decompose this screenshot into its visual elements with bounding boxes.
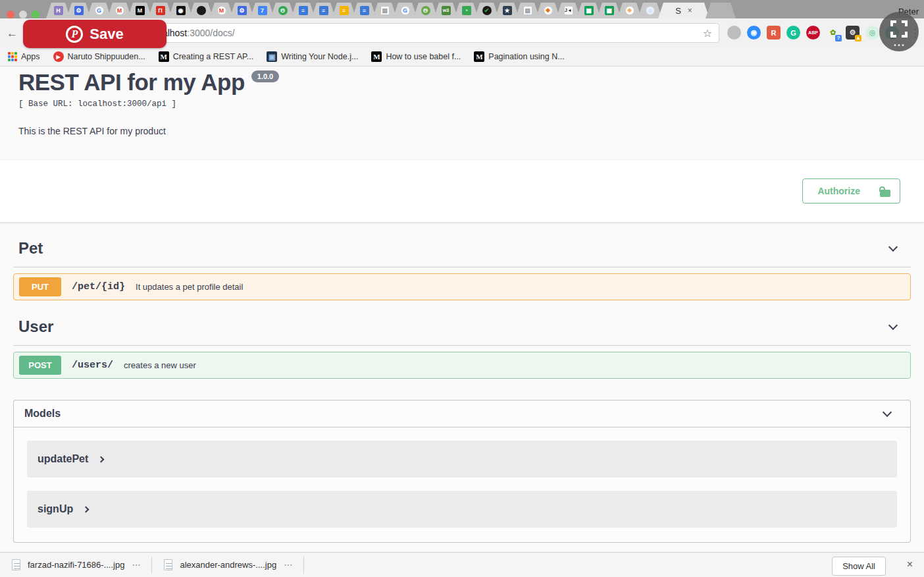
browser-tab[interactable]: ❖ — [617, 3, 642, 18]
browser-tab[interactable]: Θ — [413, 3, 438, 18]
minimize-window-button[interactable] — [19, 11, 27, 18]
close-window-button[interactable] — [7, 11, 14, 18]
tab-close-icon[interactable]: × — [688, 6, 692, 15]
favicon-icon: J◄ — [564, 6, 573, 15]
favicon-icon: ◉ — [176, 6, 186, 15]
download-menu-icon[interactable]: ⋯ — [132, 560, 141, 570]
browser-tab[interactable]: ❖ — [536, 3, 560, 18]
apps-grid-icon — [8, 52, 17, 61]
api-description: This is the REST API for my product — [18, 126, 906, 136]
favicon-icon: M — [115, 6, 124, 15]
bookmark-item[interactable]: ▣Writing Your Node.j... — [267, 51, 358, 62]
browser-tab[interactable]: ▤ — [515, 3, 540, 18]
browser-tab[interactable]: ≡ — [311, 3, 336, 18]
browser-tab[interactable]: M — [107, 3, 132, 18]
extension-icon[interactable] — [727, 26, 741, 40]
extension-badge: ? — [835, 35, 842, 41]
bookmark-item[interactable]: MPagination using N... — [474, 51, 564, 62]
back-icon[interactable]: ← — [7, 27, 18, 40]
unlock-icon — [875, 189, 885, 197]
chevron-down-icon[interactable] — [888, 242, 898, 252]
bookmark-item[interactable]: Apps — [8, 52, 40, 61]
favicon-icon: ⚙ — [74, 6, 84, 15]
browser-tab[interactable]: ⚙ — [230, 3, 254, 18]
extension-icon[interactable]: ⚙▲ — [846, 26, 860, 40]
browser-tab[interactable]: ✔ — [475, 3, 499, 18]
section-header[interactable]: Pet — [13, 239, 911, 267]
browser-tab[interactable]: M — [128, 3, 152, 18]
address-bar[interactable]: localhost:3000/docs/ ☆ — [124, 23, 719, 43]
browser-tab[interactable]: G — [393, 3, 417, 18]
pinterest-save-label: Save — [90, 26, 123, 43]
page-title: REST API for my App — [18, 69, 245, 96]
browser-tab[interactable]: ≡ — [291, 3, 315, 18]
browser-tab[interactable] — [189, 3, 213, 18]
browser-tab[interactable]: J◄ — [556, 3, 580, 18]
endpoint-row[interactable]: PUT/pet/{id}It updates a pet profile det… — [13, 273, 911, 300]
extension-icon[interactable]: ◉ — [747, 26, 761, 40]
download-menu-icon[interactable]: ⋯ — [284, 560, 293, 570]
extension-icon[interactable]: ◎ — [865, 26, 879, 40]
bookmark-label: Pagination using N... — [488, 52, 564, 61]
favicon-icon: G — [401, 6, 410, 15]
authorize-button[interactable]: Authorize — [802, 179, 900, 204]
browser-tab[interactable]: M — [209, 3, 234, 18]
tab-strip: H⚙GMMΠ◉M⚙7Θ≡≡≡≡▤GΘw3◔✔★▤❖J◄▦▦❖◌S× Peter — [0, 0, 924, 18]
model-name: signUp — [38, 503, 73, 515]
download-item[interactable]: alexander-andrews-....jpg⋯ — [152, 553, 303, 577]
browser-tab[interactable]: ◉ — [168, 3, 193, 18]
browser-tab[interactable]: 7 — [250, 3, 274, 18]
window-controls — [7, 11, 39, 18]
bookmark-star-icon[interactable]: ☆ — [703, 27, 712, 40]
endpoint-row[interactable]: POST/users/creates a new user — [13, 352, 911, 379]
browser-tab[interactable]: ≡ — [352, 3, 376, 18]
browser-tab[interactable]: G — [87, 3, 111, 18]
bookmark-item[interactable]: MHow to use babel f... — [371, 51, 461, 62]
section-header[interactable]: User — [13, 317, 911, 346]
model-name: updatePet — [38, 453, 88, 465]
extension-icon[interactable]: ✿? — [826, 26, 840, 40]
pinterest-save-button[interactable]: P Save — [23, 20, 167, 48]
browser-tab[interactable]: ◌ — [638, 3, 662, 18]
browser-tab[interactable]: ≡ — [332, 3, 356, 18]
models-header[interactable]: Models — [14, 400, 910, 427]
chevron-right-icon[interactable] — [98, 456, 105, 462]
favicon-icon: M — [217, 6, 226, 15]
browser-tab[interactable]: ▦ — [577, 3, 601, 18]
browser-tab[interactable]: ▦ — [597, 3, 621, 18]
browser-tab[interactable]: ★ — [495, 3, 519, 18]
favicon-icon: ▦ — [605, 6, 614, 15]
chevron-down-icon[interactable] — [888, 321, 898, 330]
model-row[interactable]: signUp — [27, 491, 897, 528]
extension-icon[interactable]: ABP — [806, 26, 820, 40]
browser-tab[interactable]: ▤ — [372, 3, 397, 18]
browser-tab[interactable]: H — [46, 3, 70, 18]
active-tab[interactable]: S× — [658, 3, 709, 18]
model-row[interactable]: updatePet — [27, 441, 897, 478]
chevron-right-icon[interactable] — [83, 506, 90, 512]
bookmark-label: Creating a REST AP... — [173, 52, 254, 61]
favicon-icon: ≡ — [319, 6, 328, 15]
extension-icon[interactable]: G — [786, 26, 800, 40]
browser-tab[interactable]: Θ — [270, 3, 295, 18]
show-all-button[interactable]: Show All — [832, 557, 886, 576]
download-item[interactable]: farzad-nazifi-71686-....jpg⋯ — [0, 553, 151, 577]
favicon-icon: ★ — [503, 6, 512, 15]
downloads-close-icon[interactable]: × — [907, 559, 913, 570]
browser-tab[interactable]: ⚙ — [66, 3, 91, 18]
browser-tab[interactable]: w3 — [434, 3, 458, 18]
favicon-icon: w3 — [442, 6, 451, 15]
browser-tab[interactable]: Π — [148, 3, 172, 18]
api-info: REST API for my App 1.0.0 [ Base URL: lo… — [0, 67, 924, 136]
screen-capture-button[interactable] — [879, 12, 919, 51]
favicon-icon: ✔ — [482, 6, 492, 15]
maximize-window-button[interactable] — [32, 11, 39, 18]
bookmark-item[interactable]: MCreating a REST AP... — [159, 51, 254, 62]
url-text[interactable]: localhost:3000/docs/ — [151, 28, 703, 38]
bookmark-item[interactable]: ▶Naruto Shippuuden... — [53, 51, 145, 62]
browser-tab[interactable]: ◔ — [454, 3, 478, 18]
extension-icon[interactable]: R — [767, 26, 781, 40]
chevron-down-icon[interactable] — [883, 408, 892, 417]
download-filename: farzad-nazifi-71686-....jpg — [28, 560, 124, 570]
method-badge: PUT — [19, 277, 61, 296]
